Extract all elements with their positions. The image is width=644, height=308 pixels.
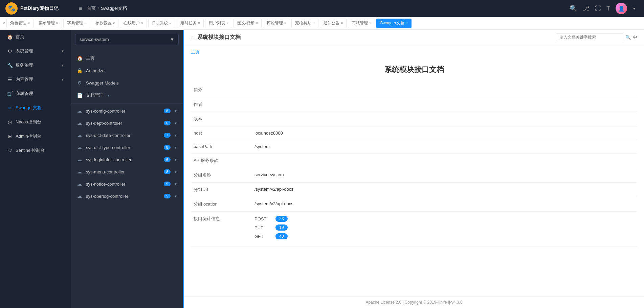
chevron-down-icon[interactable]: ▼ bbox=[632, 7, 636, 10]
chevron-down-icon: ▼ bbox=[174, 170, 177, 174]
tab-media[interactable]: 图文/视频 × bbox=[234, 19, 262, 28]
tab-online-users[interactable]: 在线用户 × bbox=[120, 19, 147, 28]
nav-item-sys-operlog[interactable]: ☁ sys-operlog-controller 5 ▼ bbox=[71, 190, 183, 202]
tab-close-icon[interactable]: × bbox=[141, 21, 143, 25]
tab-close-icon[interactable]: × bbox=[256, 21, 258, 25]
content-breadcrumb[interactable]: 主页 bbox=[191, 45, 637, 58]
github-icon[interactable]: ⎇ bbox=[582, 5, 590, 12]
tab-close-icon[interactable]: × bbox=[198, 21, 200, 25]
stat-badge-get: 40 bbox=[275, 233, 288, 239]
tab-menu-mgmt[interactable]: 菜单管理 × bbox=[35, 19, 62, 28]
nacos-icon: ◎ bbox=[7, 119, 13, 125]
chevron-down-icon: ▼ bbox=[107, 94, 110, 97]
doc-label-tos: API服务条款 bbox=[191, 153, 252, 168]
doc-value-group-url: /system/v2/api-docs bbox=[252, 183, 637, 197]
doc-label-intro: 简介 bbox=[191, 83, 252, 97]
tab-close-icon[interactable]: × bbox=[369, 21, 371, 25]
lang-button[interactable]: 中 bbox=[633, 34, 637, 40]
tab-close-icon[interactable]: × bbox=[226, 21, 228, 25]
sidebar: 🏠 首页 ⚙ 系统管理 ▼ 🔧 服务治理 ▼ ☰ 内容管理 ▼ 🛒 商城管理 ≋… bbox=[0, 30, 71, 308]
sidebar-item-mall[interactable]: 🛒 商城管理 bbox=[0, 87, 71, 101]
search-input[interactable] bbox=[556, 33, 623, 41]
nav-item-sys-notice[interactable]: ☁ sys-notice-controller 5 ▼ bbox=[71, 178, 183, 190]
doc-value-author bbox=[252, 97, 637, 112]
doc-value-group-name: service-system bbox=[252, 168, 637, 183]
cloud-icon: ☁ bbox=[76, 120, 83, 126]
sidebar-item-content[interactable]: ☰ 内容管理 ▼ bbox=[0, 72, 71, 87]
stat-badge-put: 19 bbox=[275, 224, 288, 231]
content-panel: ≡ 系统模块接口文档 🔍 中 主页 系统模块接口文档 简介 作者 bbox=[184, 30, 644, 308]
header-center: ≡ 首页 / Swagger文档 bbox=[73, 4, 570, 14]
doc-row-intro: 简介 bbox=[191, 83, 637, 97]
header-actions: 🔍 ⎇ ⛶ T 👤 ▼ bbox=[570, 3, 639, 14]
chevron-right-icon: ▼ bbox=[61, 64, 64, 67]
sidebar-item-home[interactable]: 🏠 首页 bbox=[0, 30, 71, 44]
tab-close-icon[interactable]: × bbox=[28, 21, 30, 25]
nav-item-sys-dict-data[interactable]: ☁ sys-dict-data-controller 7 ▼ bbox=[71, 129, 183, 141]
search-icon[interactable]: 🔍 bbox=[625, 35, 631, 40]
avatar[interactable]: 👤 bbox=[616, 3, 627, 14]
tab-close-icon[interactable]: × bbox=[313, 21, 315, 25]
tab-role-mgmt[interactable]: 角色管理 × bbox=[6, 19, 34, 28]
service-select[interactable]: service-system ▼ bbox=[75, 34, 179, 45]
stat-badge-post: 23 bbox=[275, 216, 288, 222]
doc-label-group-name: 分组名称 bbox=[191, 168, 252, 183]
sidebar-item-service[interactable]: 🔧 服务治理 ▼ bbox=[0, 58, 71, 72]
tab-close-icon[interactable]: × bbox=[406, 21, 408, 25]
tab-close-icon[interactable]: × bbox=[341, 21, 343, 25]
swagger-icon: ≋ bbox=[7, 105, 13, 111]
chevron-down-icon: ▼ bbox=[174, 109, 177, 113]
tab-user-list[interactable]: 用户列表 × bbox=[205, 19, 232, 28]
home-icon: 🏠 bbox=[76, 55, 83, 61]
tab-close-icon[interactable]: × bbox=[170, 21, 172, 25]
nav-item-sys-logininfor[interactable]: ☁ sys-logininfor-controller 6 ▼ bbox=[71, 153, 183, 166]
toolbar-search: 🔍 中 bbox=[556, 33, 637, 41]
tab-scheduled-task[interactable]: 定时任务 × bbox=[177, 19, 204, 28]
hamburger-button[interactable]: ≡ bbox=[76, 4, 85, 14]
tab-close-icon[interactable]: × bbox=[56, 21, 58, 25]
doc-row-host: host localhost:8080 bbox=[191, 126, 637, 140]
method-get: GET bbox=[254, 234, 271, 239]
search-icon[interactable]: 🔍 bbox=[570, 5, 577, 12]
font-icon[interactable]: T bbox=[606, 5, 610, 12]
nav-item-home[interactable]: 🏠 主页 bbox=[71, 52, 183, 65]
tab-swagger[interactable]: Swagger文档 × bbox=[376, 19, 411, 28]
tab-dict-mgmt[interactable]: 字典管理 × bbox=[63, 19, 90, 28]
tab-comment-mgmt[interactable]: 评论管理 × bbox=[263, 19, 290, 28]
nav-item-sys-menu[interactable]: ☁ sys-menu-controller 8 ▼ bbox=[71, 166, 183, 178]
nav-item-docmgmt[interactable]: 📄 文档管理 ▼ bbox=[71, 89, 183, 102]
sidebar-item-system[interactable]: ⚙ 系统管理 ▼ bbox=[0, 44, 71, 58]
tab-close-icon[interactable]: × bbox=[85, 21, 87, 25]
tab-notice[interactable]: 通知公告 × bbox=[320, 19, 347, 28]
home-icon: 🏠 bbox=[7, 34, 13, 40]
sentinel-icon: 🛡 bbox=[7, 148, 13, 153]
tab-close-icon[interactable]: × bbox=[284, 21, 286, 25]
footer-bar: Apache License 2.0 | Copyright © 2019-Kn… bbox=[184, 296, 644, 308]
doc-label-group-location: 分组location bbox=[191, 197, 252, 212]
breadcrumb-home[interactable]: 首页 bbox=[87, 5, 96, 11]
doc-label-host: host bbox=[191, 126, 252, 140]
logo-area: 🐾 PetDiary宠物日记 bbox=[5, 2, 73, 15]
tab-mall-mgmt[interactable]: 商城管理 × bbox=[348, 19, 375, 28]
doc-label-group-url: 分组Url bbox=[191, 183, 252, 197]
nav-item-sys-dept[interactable]: ☁ sys-dept-controller 6 ▼ bbox=[71, 117, 183, 129]
nav-item-models[interactable]: ⚙ Swagger Models bbox=[71, 77, 183, 89]
breadcrumb: 首页 / Swagger文档 bbox=[87, 5, 127, 11]
sidebar-item-nacos[interactable]: ◎ Nacos控制台 bbox=[0, 115, 71, 129]
stat-row-get: GET 40 bbox=[254, 233, 635, 239]
lock-icon: 🔒 bbox=[76, 68, 83, 73]
tab-prev-icon[interactable]: × bbox=[3, 21, 5, 26]
sidebar-item-admin[interactable]: ⊞ Admin控制台 bbox=[0, 129, 71, 143]
tab-close-icon[interactable]: × bbox=[113, 21, 115, 25]
chevron-down-icon: ▼ bbox=[174, 158, 177, 162]
nav-item-sys-config[interactable]: ☁ sys-config-controller 8 ▼ bbox=[71, 105, 183, 117]
tab-log-system[interactable]: 日志系统 × bbox=[148, 19, 175, 28]
nav-item-sys-dict-type[interactable]: ☁ sys-dict-type-controller 8 ▼ bbox=[71, 141, 183, 153]
nav-item-authorize[interactable]: 🔒 Authorize bbox=[71, 65, 183, 77]
tab-pet-type[interactable]: 宠物类别 × bbox=[291, 19, 318, 28]
method-post: POST bbox=[254, 216, 271, 221]
tab-param-setting[interactable]: 参数设置 × bbox=[92, 19, 119, 28]
fullscreen-icon[interactable]: ⛶ bbox=[595, 5, 601, 12]
sidebar-item-sentinel[interactable]: 🛡 Sentinel控制台 bbox=[0, 143, 71, 158]
sidebar-item-swagger[interactable]: ≋ Swagger文档 bbox=[0, 101, 71, 115]
